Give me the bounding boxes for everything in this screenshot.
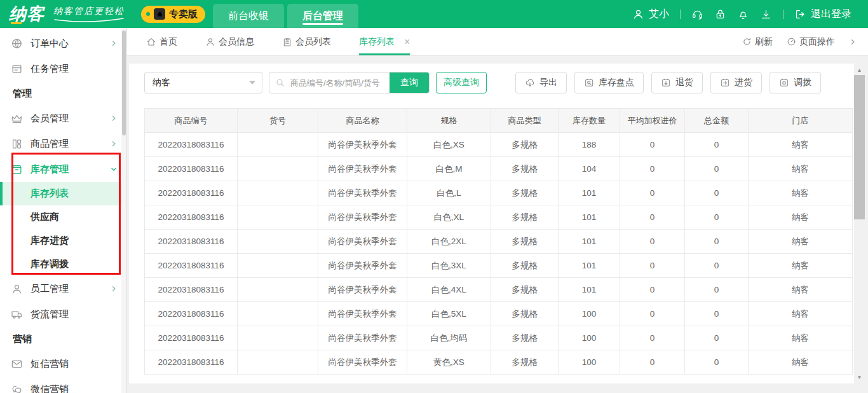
export-button[interactable]: 导出 bbox=[515, 72, 567, 93]
sidebar-item-supplier[interactable]: 供应商 bbox=[0, 205, 121, 229]
sidebar-item-label: 库存进货 bbox=[31, 235, 69, 247]
scroll-up-arrow-icon[interactable]: ▲ bbox=[854, 65, 865, 75]
stocktake-button-label: 库存盘点 bbox=[599, 77, 634, 88]
tab-member-list[interactable]: 会员列表 bbox=[282, 28, 331, 55]
table-cell: 100 bbox=[559, 326, 620, 350]
transfer-button[interactable]: 调拨 bbox=[770, 72, 821, 93]
sidebar-item-wechat-marketing[interactable]: 微信营销 bbox=[0, 376, 126, 393]
sidebar-item-inventory-transfer[interactable]: 库存调拨 bbox=[0, 252, 121, 276]
store-select[interactable]: 纳客 bbox=[144, 72, 262, 93]
table-cell: 101 bbox=[559, 181, 620, 205]
table-cell: 101 bbox=[559, 205, 620, 230]
person-icon bbox=[11, 283, 23, 295]
table-cell: 尚谷伊美秋季外套 bbox=[318, 133, 407, 157]
sidebar-item-sms-marketing[interactable]: 短信营销 bbox=[0, 351, 126, 376]
table-cell: 20220318083116 bbox=[145, 157, 238, 181]
table-cell: 尚谷伊美秋季外套 bbox=[318, 230, 407, 254]
logout-label: 退出登录 bbox=[811, 8, 851, 21]
table-cell: 尚谷伊美秋季外套 bbox=[318, 157, 407, 181]
header-nav-tabs: 前台收银后台管理 bbox=[213, 0, 358, 28]
header-tab-backend-management[interactable]: 后台管理 bbox=[287, 4, 358, 28]
search-icon bbox=[275, 78, 285, 88]
table-row[interactable]: 20220318083116尚谷伊美秋季外套白色,XS多规格18800纳客 bbox=[145, 133, 853, 157]
table-row[interactable]: 20220318083116尚谷伊美秋季外套白色,XL多规格10100纳客 bbox=[145, 205, 853, 230]
table-cell: 0 bbox=[620, 133, 685, 157]
table-cell: 白色,XS bbox=[407, 133, 491, 157]
sidebar-item-staff-management[interactable]: 员工管理 bbox=[0, 276, 126, 301]
search-input[interactable] bbox=[289, 78, 390, 88]
user-menu[interactable]: 艾小 bbox=[632, 8, 669, 21]
sidebar-item-product-management[interactable]: 商品管理 bbox=[0, 131, 126, 156]
sidebar-item-inventory-purchase[interactable]: 库存进货 bbox=[0, 229, 121, 252]
tab-member-info[interactable]: 会员信息 bbox=[205, 28, 254, 55]
page-ops-button[interactable]: 页面操作 bbox=[787, 36, 835, 48]
table-row[interactable]: 20220318083116尚谷伊美秋季外套白色,M多规格10400纳客 bbox=[145, 157, 853, 181]
table-row[interactable]: 20220318083116尚谷伊美秋季外套白色,2XL多规格10100纳客 bbox=[145, 230, 853, 254]
table-cell: 0 bbox=[685, 254, 749, 278]
chevron-right-icon[interactable] bbox=[849, 38, 857, 46]
sidebar-item-inventory-management[interactable]: 库存管理 bbox=[0, 156, 126, 182]
table-cell: 0 bbox=[685, 157, 749, 181]
sidebar-item-label: 微信营销 bbox=[31, 383, 69, 393]
table-cell: 0 bbox=[620, 181, 685, 205]
table-row[interactable]: 20220318083116尚谷伊美秋季外套黄色,XS多规格10000纳客 bbox=[145, 350, 853, 375]
table-cell: 0 bbox=[685, 205, 749, 230]
column-header: 总金额 bbox=[685, 109, 749, 133]
table-row[interactable]: 20220318083116尚谷伊美秋季外套白色,L多规格10100纳客 bbox=[145, 181, 853, 205]
header-tab-front-cashier[interactable]: 前台收银 bbox=[213, 4, 284, 28]
table-row[interactable]: 20220318083116尚谷伊美秋季外套白色,4XL多规格10100纳客 bbox=[145, 278, 853, 302]
sidebar-scrollbar-thumb[interactable] bbox=[122, 31, 126, 135]
column-header: 商品类型 bbox=[491, 109, 559, 133]
table-cell: 白色,3XL bbox=[407, 254, 491, 278]
download-icon[interactable] bbox=[760, 8, 772, 20]
lock-icon[interactable] bbox=[714, 8, 726, 20]
stocktake-button[interactable]: 库存盘点 bbox=[574, 72, 644, 93]
refresh-label: 刷新 bbox=[755, 36, 773, 48]
table-cell: 100 bbox=[559, 302, 620, 326]
header-divider bbox=[783, 10, 783, 19]
table-cell: 20220318083116 bbox=[145, 278, 238, 302]
store-select-value: 纳客 bbox=[153, 77, 170, 88]
table-row[interactable]: 20220318083116尚谷伊美秋季外套白色,均码多规格10000纳客 bbox=[145, 326, 853, 350]
export-icon bbox=[525, 78, 535, 88]
vertical-scrollbar[interactable]: ▲ ▼ bbox=[854, 64, 865, 383]
advanced-search-button[interactable]: 高级查询 bbox=[436, 72, 487, 93]
logout-button[interactable]: 退出登录 bbox=[794, 8, 851, 21]
close-icon[interactable]: × bbox=[404, 37, 410, 47]
table-cell bbox=[238, 157, 318, 181]
bell-icon[interactable] bbox=[737, 8, 749, 20]
header-divider bbox=[680, 10, 681, 19]
sidebar-item-order-center[interactable]: 订单中心 bbox=[0, 31, 126, 56]
tab-home[interactable]: 首页 bbox=[146, 28, 177, 55]
table-cell: 尚谷伊美秋季外套 bbox=[318, 302, 407, 326]
chevron-down-icon bbox=[249, 81, 255, 85]
sidebar-item-task-management[interactable]: 任务管理 bbox=[0, 56, 126, 81]
table-cell: 白色,XL bbox=[407, 205, 491, 230]
sidebar: 订单中心任务管理管理会员管理商品管理库存管理库存列表供应商库存进货库存调拨员工管… bbox=[0, 28, 127, 393]
goods-icon bbox=[11, 138, 23, 150]
purchase-button[interactable]: 进货 bbox=[710, 72, 762, 93]
search-button[interactable]: 查询 bbox=[390, 72, 429, 93]
headset-icon[interactable] bbox=[691, 8, 703, 20]
tab-inventory-list[interactable]: 库存列表× bbox=[359, 28, 410, 55]
table-row[interactable]: 20220318083116尚谷伊美秋季外套白色,5XL多规格10000纳客 bbox=[145, 302, 853, 326]
return-button[interactable]: 退货 bbox=[651, 72, 703, 93]
column-header: 门店 bbox=[749, 109, 853, 133]
truck-icon bbox=[11, 308, 23, 321]
sidebar-item-label: 短信营销 bbox=[31, 358, 69, 370]
scroll-down-arrow-icon[interactable]: ▼ bbox=[854, 372, 865, 382]
table-row[interactable]: 20220318083116尚谷伊美秋季外套白色,3XL多规格10100纳客 bbox=[145, 254, 853, 278]
scrollbar-thumb[interactable] bbox=[854, 75, 865, 219]
table-cell: 黄色,XS bbox=[407, 350, 491, 375]
table-cell: 纳客 bbox=[749, 278, 853, 302]
table-cell: 白色,2XL bbox=[407, 230, 491, 254]
refresh-button[interactable]: 刷新 bbox=[742, 36, 773, 48]
sidebar-item-inventory-list[interactable]: 库存列表 bbox=[0, 182, 121, 205]
column-header: 平均加权进价 bbox=[620, 109, 685, 133]
table-cell: 20220318083116 bbox=[145, 181, 238, 205]
edition-badge[interactable]: 专卖版 bbox=[141, 6, 205, 23]
sidebar-scrollbar[interactable] bbox=[121, 28, 126, 393]
sidebar-item-logistics-management[interactable]: 货流管理 bbox=[0, 301, 126, 327]
sidebar-item-member-management[interactable]: 会员管理 bbox=[0, 106, 126, 131]
table-cell: 多规格 bbox=[491, 157, 559, 181]
